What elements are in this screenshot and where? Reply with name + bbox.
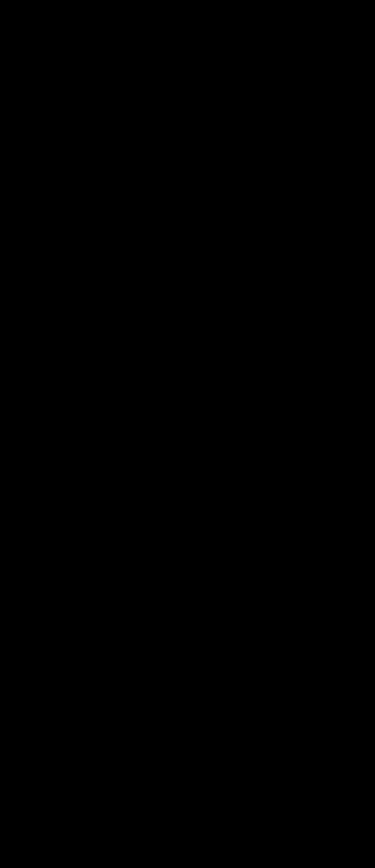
file-metadata-header bbox=[0, 0, 375, 1]
